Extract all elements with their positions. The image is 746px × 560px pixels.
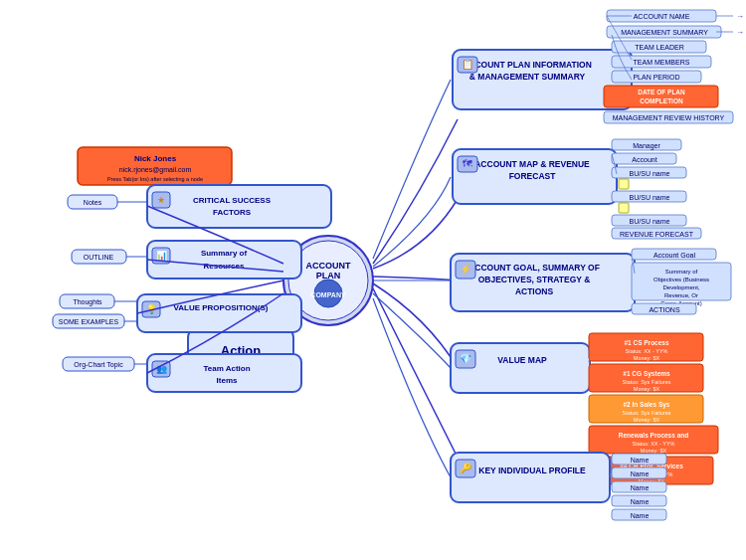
- section2-subtitle: FORECAST: [509, 171, 557, 181]
- field-name2: Name: [631, 470, 650, 477]
- vm-item2-title: #1 CG Systems: [623, 370, 670, 378]
- vm-item3-detail: Status: Sys Failures: [623, 410, 671, 416]
- field-objectives1: Summary of: [665, 269, 698, 275]
- user-note: Press Tab(or Ins) after selecting a node: [107, 176, 203, 182]
- vm-item1-detail2: Money: $X: [634, 355, 660, 361]
- field-account-name: ACCOUNT NAME: [634, 13, 690, 20]
- vm-item2-detail: Status: Sys Failures: [623, 379, 671, 385]
- svg-rect-55: [137, 294, 301, 332]
- field-name1: Name: [631, 457, 650, 464]
- section1-title: ACCOUNT PLAN INFORMATION: [463, 60, 592, 70]
- section2-icon: 🗺: [463, 158, 472, 169]
- section5-icon: 🔑: [460, 462, 472, 474]
- field-team-leader: TEAM LEADER: [635, 44, 683, 51]
- vp-title1: VALUE PROPOSITION(S): [174, 303, 269, 312]
- field-name5: Name: [631, 512, 650, 519]
- field-account: Account: [632, 156, 656, 163]
- field-actions: ACTIONS: [649, 306, 679, 313]
- sor-title1: Summary of: [201, 249, 248, 258]
- section3-subtitle2: ACTIONS: [515, 286, 554, 296]
- field-objectives2: Objectives (Business: [653, 277, 709, 282]
- section3-icon: ⚡: [460, 263, 472, 276]
- svg-rect-47: [147, 185, 331, 228]
- user-email: nick.rjones@gmail.com: [119, 166, 192, 174]
- section5-title: KEY INDIVIDUAL PROFILE: [478, 466, 586, 475]
- vm-item4-detail: Status: XX - YY%: [632, 441, 674, 447]
- vm-item4-detail2: Money: $X: [641, 448, 667, 454]
- section1-icon: 📋: [462, 58, 474, 71]
- company-label: COMPANY: [310, 291, 346, 298]
- orgchart-tag: Org-Chart Topic: [74, 361, 123, 369]
- user-name: Nick Jones: [134, 154, 177, 163]
- vm-item1-detail: Status: XX - YY%: [625, 348, 667, 354]
- field-objectives3: Development,: [662, 284, 699, 290]
- vm-item4-title: Renewals Process and: [619, 432, 688, 439]
- field-review-history: MANAGEMENT REVIEW HISTORY: [613, 114, 725, 121]
- arrow1: →: [736, 12, 744, 21]
- outline-tag: OUTLINE: [84, 254, 114, 261]
- thoughts-tag: Thoughts: [73, 298, 102, 306]
- section1-subtitle: & MANAGEMENT SUMMARY: [469, 72, 586, 82]
- field-acct-goal: Account Goal: [653, 252, 695, 259]
- svg-rect-23: [619, 203, 629, 213]
- vm-item1-title: #1 CS Process: [624, 339, 669, 346]
- section3-subtitle: OBJECTIVES, STRATEGY &: [478, 275, 591, 284]
- field-busu3: BU/SU name: [630, 218, 670, 225]
- field-rev-forecast: REVENUE FORECAST: [620, 231, 694, 238]
- section4-title: VALUE MAP: [497, 355, 547, 365]
- vm-item3-detail2: Money: $X: [634, 417, 660, 423]
- field-team-members: TEAM MEMBERS: [634, 59, 690, 66]
- csf-title1: CRITICAL SUCCESS: [193, 196, 272, 205]
- svg-rect-21: [619, 179, 629, 189]
- tai-title1: Team Action: [203, 364, 250, 373]
- field-mgmt-summary: MANAGEMENT SUMMARY: [621, 29, 708, 36]
- field-name3: Name: [631, 484, 650, 491]
- field-manager: Manager: [633, 142, 660, 150]
- field-date-completion2: COMPLETION: [640, 97, 683, 104]
- csf-title2: FACTORS: [213, 208, 252, 217]
- notes-tag: Notes: [84, 199, 102, 206]
- section2-title: ACCOUNT MAP & REVENUE: [474, 159, 590, 169]
- field-busu1: BU/SU name: [630, 170, 670, 177]
- section4-icon: 💎: [460, 352, 472, 365]
- examples-tag: SOME EXAMPLES: [59, 318, 119, 325]
- center-label: ACCOUNT: [306, 261, 351, 271]
- field-name4: Name: [631, 498, 650, 505]
- section3-title: ACCOUNT GOAL, SUMMARY OF: [468, 263, 600, 273]
- field-objectives4: Revenue, Or: [664, 292, 698, 298]
- csf-icon: ★: [157, 195, 165, 205]
- vm-item3-title: #2 In Sales Sys: [624, 401, 670, 409]
- field-date-completion: DATE OF PLAN: [638, 89, 685, 95]
- vm-item2-detail2: Money: $X: [634, 386, 660, 392]
- field-plan-period: PLAN PERIOD: [633, 74, 679, 81]
- tai-title2: Items: [217, 376, 238, 385]
- arrow2: →: [736, 28, 744, 37]
- field-busu2: BU/SU name: [630, 194, 670, 201]
